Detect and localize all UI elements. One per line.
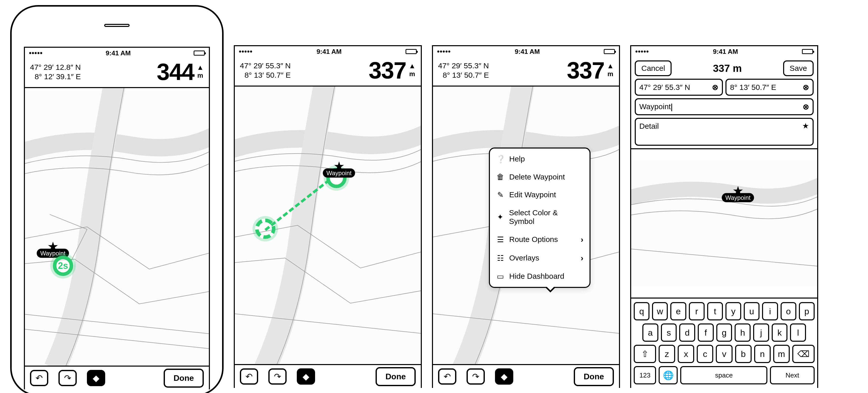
key-a[interactable]: a [642,323,658,342]
waypoint-marker[interactable]: ★ Waypoint [722,188,754,202]
key-y[interactable]: y [725,302,741,320]
map-view[interactable]: ★ Waypoint [235,87,421,364]
clear-icon[interactable]: ⊗ [803,83,809,92]
clear-icon[interactable]: ⊗ [712,83,718,92]
key-i[interactable]: i [762,302,778,320]
screen-frame-3: ••••• 9:41 AM 47° 29′ 55.3″ N 8° 13′ 50.… [432,45,620,388]
key-shift[interactable]: ⇧ [634,345,656,363]
clear-icon[interactable]: ⊗ [803,102,809,111]
key-p[interactable]: p [799,302,815,320]
keyboard-row-3: ⇧ z x c v b n m ⌫ [634,345,815,363]
menu-delete-waypoint[interactable]: 🗑 Delete Waypoint [490,168,590,186]
edit-header: Cancel 337 m Save [631,57,817,79]
speaker-slot [104,24,130,27]
key-s[interactable]: s [661,323,677,342]
screen-frame-2: ••••• 9:41 AM 47° 29′ 55.3″ N 8° 13′ 50.… [234,45,422,388]
keyboard-row-1: q w e r t y u i o p [634,302,815,320]
elevation: 337 ▲ m [567,60,614,81]
key-u[interactable]: u [744,302,760,320]
name-value: Waypoint [639,102,671,111]
key-d[interactable]: d [679,323,695,342]
undo-button[interactable]: ↶ [240,368,258,385]
done-button[interactable]: Done [574,367,614,386]
menu-route-options[interactable]: ☰ Route Options › [490,230,590,249]
marker-mode-button[interactable]: ◆ [495,368,513,385]
key-w[interactable]: w [652,302,668,320]
dashboard: 47° 29′ 55.3″ N 8° 13′ 50.7″ E 337 ▲ m [433,57,619,87]
drag-origin-ring [255,219,275,239]
key-l[interactable]: l [790,323,806,342]
key-globe[interactable]: 🌐 [659,366,678,384]
map-view[interactable]: ★ Waypoint [631,148,817,298]
elevation: 344 ▲ m [157,61,204,83]
key-j[interactable]: j [753,323,769,342]
layers-icon: ☷ [496,254,505,263]
menu-label: Hide Dashboard [509,272,564,281]
key-b[interactable]: b [735,345,752,363]
key-z[interactable]: z [659,345,675,363]
map-view[interactable]: ❔ Help 🗑 Delete Waypoint ✎ Edit Waypoint… [433,87,619,364]
key-n[interactable]: n [754,345,771,363]
redo-button[interactable]: ↷ [467,368,485,385]
detail-field[interactable]: Detail ★ [635,118,814,146]
menu-hide-dashboard[interactable]: ▭ Hide Dashboard [490,267,590,285]
waypoint-marker[interactable]: ★ Waypoint [323,163,355,177]
key-t[interactable]: t [707,302,723,320]
marker-mode-button[interactable]: ◆ [297,368,315,385]
map-view[interactable]: ★ Waypoint 2s [25,88,209,366]
key-space[interactable]: space [680,366,767,384]
edit-title: 337 m [713,63,742,74]
done-button[interactable]: Done [376,367,416,386]
longitude: 8° 13′ 50.7″ E [438,70,489,80]
star-icon[interactable]: ★ [802,121,809,130]
keyboard-row-2: a s d f g h j k l [634,323,815,342]
key-v[interactable]: v [716,345,732,363]
mountain-icon: ▲ [197,63,204,72]
latitude: 47° 29′ 55.3″ N [240,61,291,71]
undo-button[interactable]: ↶ [438,368,456,385]
key-q[interactable]: q [634,302,649,320]
longitude-field[interactable]: 8° 13′ 50.7″ E ⊗ [725,79,814,96]
key-m[interactable]: m [773,345,790,363]
key-x[interactable]: x [678,345,694,363]
redo-button[interactable]: ↷ [58,370,77,386]
status-bar: ••••• 9:41 AM [631,46,817,57]
cancel-button[interactable]: Cancel [635,60,672,76]
latitude-field[interactable]: 47° 29′ 55.3″ N ⊗ [635,79,723,96]
bottom-toolbar: ↶ ↷ ◆ Done [433,364,619,388]
save-button[interactable]: Save [783,60,814,76]
marker-mode-button[interactable]: ◆ [87,370,105,386]
menu-label: Help [509,155,525,163]
menu-help[interactable]: ❔ Help [490,150,590,168]
key-next[interactable]: Next [770,366,815,384]
done-button[interactable]: Done [164,369,204,388]
menu-select-color-symbol[interactable]: ✦ Select Color & Symbol [490,204,590,230]
key-o[interactable]: o [781,302,796,320]
menu-overlays[interactable]: ☷ Overlays › [490,249,590,267]
hold-timer: 2s [56,259,70,272]
key-numbers[interactable]: 123 [634,366,656,384]
key-g[interactable]: g [716,323,732,342]
brush-icon: ✦ [496,212,504,221]
menu-edit-waypoint[interactable]: ✎ Edit Waypoint [490,186,590,204]
text-cursor [671,104,672,111]
key-f[interactable]: f [698,323,714,342]
sliders-icon: ☰ [496,235,505,244]
latitude: 47° 29′ 55.3″ N [438,61,489,71]
battery-icon [604,49,615,54]
undo-button[interactable]: ↶ [30,370,48,386]
key-e[interactable]: e [670,302,686,320]
key-r[interactable]: r [689,302,705,320]
long-press-ring[interactable]: 2s [53,256,73,276]
key-backspace[interactable]: ⌫ [792,345,815,363]
elevation-unit: m [197,72,203,79]
elevation-value: 337 [369,60,406,81]
name-field[interactable]: Waypoint ⊗ [635,98,814,115]
key-k[interactable]: k [772,323,788,342]
status-time: 9:41 AM [515,48,540,56]
latitude-value: 47° 29′ 55.3″ N [639,83,690,92]
chevron-right-icon: › [581,235,583,244]
key-c[interactable]: c [697,345,713,363]
key-h[interactable]: h [735,323,751,342]
redo-button[interactable]: ↷ [268,368,287,385]
